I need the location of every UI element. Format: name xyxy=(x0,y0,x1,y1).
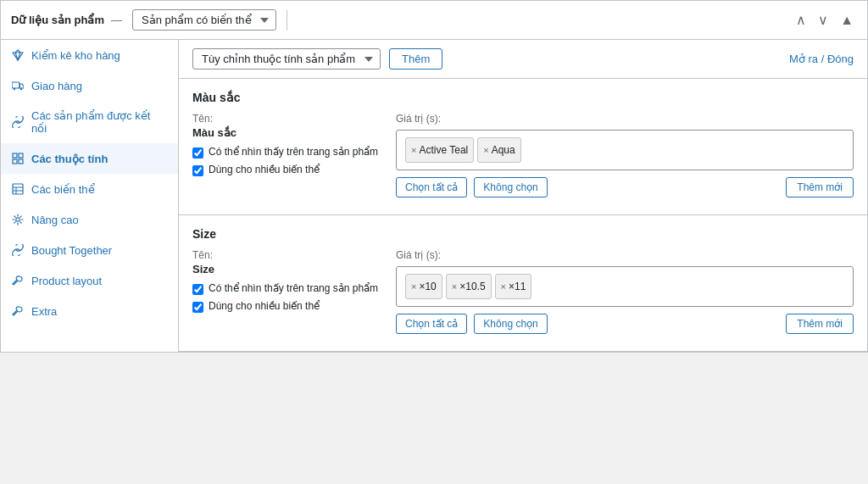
header-title: Dữ liệu sản phẩm xyxy=(11,14,104,26)
sidebar-label-ket-noi: Các sản phẩm được kết nối xyxy=(31,109,168,135)
tags-box-1[interactable]: × ×10 × ×10.5 × ×11 xyxy=(396,266,854,307)
checkbox-visible-row-0: Có thể nhìn thấy trên trang sản phẩm xyxy=(192,146,379,159)
toggle-link[interactable]: Mở ra / Đóng xyxy=(789,53,854,65)
nav-collapse-button[interactable]: ▲ xyxy=(837,10,857,30)
checkbox-variants-0[interactable] xyxy=(192,165,203,176)
checkbox-visible-label-1: Có thể nhìn thấy trên trang sản phẩm xyxy=(209,282,378,294)
checkbox-visible-1[interactable] xyxy=(192,284,203,295)
svg-point-1 xyxy=(14,88,15,90)
attr-row-1: Tên: Size Có thể nhìn thấy trên trang sả… xyxy=(179,249,867,351)
main-content: Tùy chỉnh thuộc tính sản phẩm Thêm Mở ra… xyxy=(179,40,867,352)
product-type-select[interactable]: Sản phẩm có biến thể Sản phẩm đơn giản S… xyxy=(132,9,276,31)
attribute-topbar: Tùy chỉnh thuộc tính sản phẩm Thêm Mở ra… xyxy=(179,40,867,79)
sidebar-label-bought-together: Bought Together xyxy=(31,244,112,257)
svg-rect-4 xyxy=(19,153,23,158)
name-label-0: Tên: xyxy=(192,113,379,125)
svg-rect-7 xyxy=(13,184,23,194)
svg-point-2 xyxy=(20,88,22,90)
svg-rect-0 xyxy=(12,82,19,88)
attr-row-0: Tên: Màu sắc Có thể nhìn thấy trên trang… xyxy=(179,113,867,214)
sidebar-item-kho-hang[interactable]: Kiểm kê kho hàng xyxy=(1,40,178,70)
tag-x[interactable]: × xyxy=(501,281,506,292)
svg-rect-5 xyxy=(13,159,17,164)
nav-down-button[interactable]: ∨ xyxy=(815,10,832,30)
tag-x[interactable]: × xyxy=(411,281,416,292)
them-moi-btn-1[interactable]: Thêm mới xyxy=(786,314,854,334)
add-attribute-button[interactable]: Thêm xyxy=(389,48,442,70)
checkbox-visible-row-1: Có thể nhìn thấy trên trang sản phẩm xyxy=(192,282,379,295)
tag: × Aqua xyxy=(477,137,520,163)
sidebar: Kiểm kê kho hàng Giao hàng Các sản phẩm … xyxy=(1,40,179,352)
attribute-section-0: Màu sắc Tên: Màu sắc Có thể nhìn thấy tr… xyxy=(179,79,867,215)
them-moi-btn-0[interactable]: Thêm mới xyxy=(786,177,854,197)
svg-rect-6 xyxy=(19,159,23,164)
attribute-section-1: Size Tên: Size Có thể nhìn thấy trên tra… xyxy=(179,215,867,352)
checkbox-visible-0[interactable] xyxy=(192,147,203,159)
name-label-1: Tên: xyxy=(192,249,379,261)
table-icon xyxy=(11,182,25,196)
deselect-btn-0[interactable]: Không chọn xyxy=(474,177,547,197)
sidebar-label-kho-hang: Kiểm kê kho hàng xyxy=(31,49,120,62)
tag: × ×10.5 xyxy=(446,274,492,299)
truck-icon xyxy=(11,79,25,92)
attribute-sections: Màu sắc Tên: Màu sắc Có thể nhìn thấy tr… xyxy=(179,79,867,352)
checkbox-visible-label-0: Có thể nhìn thấy trên trang sản phẩm xyxy=(209,146,378,158)
link-icon xyxy=(11,115,25,129)
sidebar-item-thuoc-tinh[interactable]: Các thuộc tính xyxy=(1,143,178,174)
attribute-type-select[interactable]: Tùy chỉnh thuộc tính sản phẩm xyxy=(192,48,381,70)
attr-actions-0: Chọn tất cả Không chọn Thêm mới xyxy=(396,177,854,197)
sidebar-item-ket-noi[interactable]: Các sản phẩm được kết nối xyxy=(1,101,178,143)
wrench2-icon xyxy=(11,304,25,318)
sidebar-label-bien-the: Các biến thể xyxy=(31,183,95,196)
sidebar-label-giao-hang: Giao hàng xyxy=(31,80,82,92)
attr-name-value-0: Màu sắc xyxy=(192,126,379,139)
section-title-1: Size xyxy=(179,215,867,249)
attr-right-1: Giá trị (s): × ×10 × ×10.5 × ×11 Chọn tấ… xyxy=(396,249,854,334)
link2-icon xyxy=(11,243,25,257)
nav-up-button[interactable]: ∧ xyxy=(793,10,810,30)
tag: × ×11 xyxy=(495,274,532,299)
product-data-header: Dữ liệu sản phẩm — Sản phẩm có biến thể … xyxy=(1,1,867,40)
sidebar-item-extra[interactable]: Extra xyxy=(1,296,178,326)
select-all-btn-0[interactable]: Chọn tất cả xyxy=(396,177,467,197)
svg-rect-3 xyxy=(13,153,17,158)
checkbox-variants-label-0: Dùng cho nhiều biến thể xyxy=(209,164,320,175)
svg-point-11 xyxy=(16,218,19,221)
checkbox-variants-1[interactable] xyxy=(192,302,203,313)
attr-left-1: Tên: Size Có thể nhìn thấy trên trang sả… xyxy=(192,249,379,334)
sidebar-item-bought-together[interactable]: Bought Together xyxy=(1,235,178,265)
deselect-btn-1[interactable]: Không chọn xyxy=(474,314,547,334)
sidebar-item-giao-hang[interactable]: Giao hàng xyxy=(1,70,178,101)
tag: × ×10 xyxy=(405,274,442,299)
sidebar-item-nang-cao[interactable]: Nâng cao xyxy=(1,204,178,235)
sidebar-item-bien-the[interactable]: Các biến thể xyxy=(1,174,178,204)
gear-icon xyxy=(11,213,25,226)
header-separator xyxy=(287,10,287,31)
sidebar-item-product-layout[interactable]: Product layout xyxy=(1,265,178,296)
wrench-icon xyxy=(11,274,25,287)
tag: × Active Teal xyxy=(405,137,474,163)
values-label-0: Giá trị (s): xyxy=(396,113,854,125)
sidebar-label-extra: Extra xyxy=(31,305,57,318)
tag-x[interactable]: × xyxy=(411,145,416,155)
sidebar-label-thuoc-tinh: Các thuộc tính xyxy=(31,153,108,165)
diamond-icon xyxy=(11,48,25,62)
body-layout: Kiểm kê kho hàng Giao hàng Các sản phẩm … xyxy=(1,40,867,352)
section-title-0: Màu sắc xyxy=(179,79,867,113)
select-all-btn-1[interactable]: Chọn tất cả xyxy=(396,314,467,334)
attr-name-value-1: Size xyxy=(192,263,379,275)
header-dash: — xyxy=(111,14,122,26)
tag-x[interactable]: × xyxy=(452,281,457,292)
attr-actions-1: Chọn tất cả Không chọn Thêm mới xyxy=(396,314,854,334)
sidebar-label-nang-cao: Nâng cao xyxy=(31,214,79,226)
sidebar-label-product-layout: Product layout xyxy=(31,275,102,287)
attr-left-0: Tên: Màu sắc Có thể nhìn thấy trên trang… xyxy=(192,113,379,197)
tags-box-0[interactable]: × Active Teal × Aqua xyxy=(396,130,854,170)
values-label-1: Giá trị (s): xyxy=(396,249,854,261)
attr-right-0: Giá trị (s): × Active Teal × Aqua Chọn t… xyxy=(396,113,854,197)
checkbox-variants-row-1: Dùng cho nhiều biến thể xyxy=(192,300,379,313)
checkbox-variants-row-0: Dùng cho nhiều biến thể xyxy=(192,164,379,176)
grid-icon xyxy=(11,152,25,165)
tag-x[interactable]: × xyxy=(483,145,488,155)
checkbox-variants-label-1: Dùng cho nhiều biến thể xyxy=(209,300,320,312)
